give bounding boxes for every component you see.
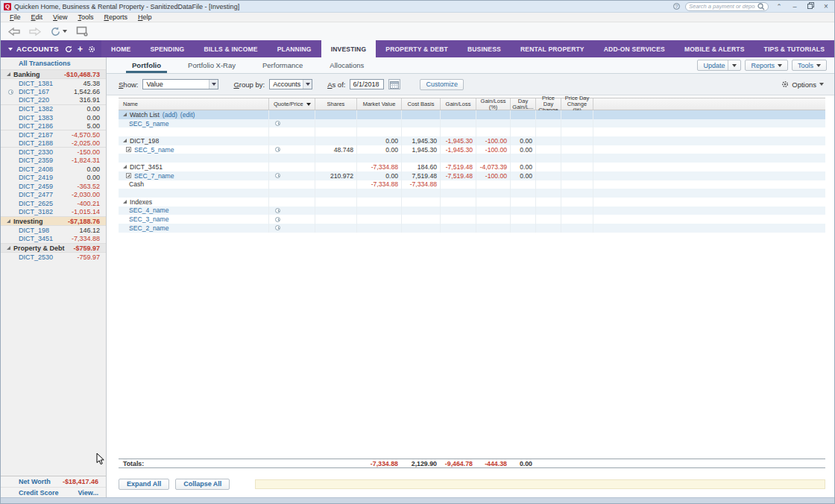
column-header-gain-loss[interactable]: Gain/Loss (%) — [476, 98, 511, 110]
account-name[interactable]: DICT_1381 — [19, 80, 53, 87]
column-header-cost-basis[interactable]: Cost Basis — [402, 98, 441, 110]
menu-file[interactable]: File — [5, 13, 25, 21]
tab-tips-tutorials[interactable]: TIPS & TUTORIALS — [754, 40, 834, 57]
all-transactions-link[interactable]: All Transactions — [1, 57, 106, 69]
account-group-property-debt[interactable]: Property & Debt-$759.97 — [1, 243, 106, 253]
account-name[interactable]: DICT_2330 — [19, 148, 53, 156]
asof-date-input[interactable]: 6/1/2018 — [350, 79, 384, 89]
tools-button[interactable]: Tools — [792, 60, 827, 71]
update-button[interactable]: Update — [697, 60, 741, 71]
credit-score-row[interactable]: Credit Score View... — [1, 487, 106, 497]
account-name[interactable]: DICT_198 — [19, 227, 49, 234]
row-collapse-icon[interactable] — [123, 113, 127, 116]
account-group-banking[interactable]: Banking-$10,468.73 — [1, 69, 106, 79]
refresh-accounts-icon[interactable] — [65, 45, 72, 53]
table-row-sec-4-name[interactable]: SEC_4_name — [119, 207, 825, 215]
column-header-shares[interactable]: Shares — [315, 98, 357, 110]
account-name[interactable]: DICT_1383 — [19, 114, 53, 122]
row-collapse-icon[interactable] — [123, 165, 127, 168]
account-row-dict-2530[interactable]: DICT_2530-759.97 — [1, 253, 106, 262]
table-row-sec-2-name[interactable]: SEC_2_name — [119, 224, 825, 233]
menu-edit[interactable]: Edit — [27, 13, 48, 21]
subtab-portfolio-x-ray[interactable]: Portfolio X-Ray — [174, 57, 249, 73]
search-input[interactable]: Search a payment or deposit — [685, 2, 769, 11]
expand-plus-icon[interactable] — [126, 147, 131, 152]
account-name[interactable]: DICT_2419 — [19, 174, 53, 181]
account-row-dict-3182[interactable]: DICT_3182-1,015.14 — [1, 208, 106, 217]
account-row-dict-2477[interactable]: DICT_2477-2,030.00 — [1, 191, 106, 200]
options-button[interactable]: Options — [781, 81, 834, 89]
subtab-allocations[interactable]: Allocations — [316, 57, 377, 73]
account-row-dict-1381[interactable]: DICT_138145.38 — [1, 79, 106, 88]
account-row-dict-2625[interactable]: DICT_2625-400.21 — [1, 199, 106, 208]
help-icon[interactable]: ? — [673, 3, 680, 10]
account-row-dict-2459[interactable]: DICT_2459-363.52 — [1, 182, 106, 191]
account-name[interactable]: DICT_2359 — [19, 157, 53, 164]
table-row-indexes[interactable]: Indexes — [119, 198, 825, 207]
account-row-dict-2188[interactable]: DICT_2188-2,025.00 — [1, 139, 106, 148]
net-worth-row[interactable]: Net Worth -$18,417.46 — [1, 476, 106, 487]
column-header-day-gain-l[interactable]: Day Gain/L... — [511, 98, 536, 110]
credit-score-view-link[interactable]: View... — [78, 489, 98, 497]
column-header-market-value[interactable]: Market Value — [357, 98, 402, 110]
customize-toolbar-button[interactable] — [76, 26, 89, 37]
menu-view[interactable]: View — [48, 13, 72, 21]
table-row-dict-3451[interactable]: DICT_3451-7,334.88184.60-7,519.48-4,073.… — [119, 163, 825, 171]
account-name[interactable]: DICT_2408 — [19, 166, 53, 173]
account-row-dict-1382[interactable]: DICT_13820.00 — [1, 105, 106, 114]
security-link[interactable]: SEC_3_name — [129, 215, 169, 223]
menu-tools[interactable]: Tools — [73, 13, 98, 21]
account-name[interactable]: DICT_3451 — [19, 235, 53, 242]
tab-business[interactable]: BUSINESS — [458, 40, 511, 57]
account-group-investing[interactable]: Investing-$7,188.76 — [1, 216, 106, 226]
table-row-dict-198[interactable]: DICT_1980.001,945.30-1,945.30-100.000.00 — [119, 136, 825, 145]
account-name[interactable]: DICT_167 — [19, 88, 49, 95]
subtab-portfolio[interactable]: Portfolio — [119, 57, 174, 73]
column-header-gain-loss[interactable]: Gain/Loss — [441, 98, 476, 110]
tab-property-debt[interactable]: PROPERTY & DEBT — [376, 40, 458, 57]
account-row-dict-220[interactable]: DICT_220316.91 — [1, 96, 106, 105]
menu-help[interactable]: Help — [133, 13, 157, 21]
account-row-dict-3451[interactable]: DICT_3451-7,334.88 — [1, 235, 106, 244]
table-row-cash[interactable]: Cash-7,334.88-7,334.88 — [119, 180, 825, 189]
account-row-dict-1383[interactable]: DICT_13830.00 — [1, 113, 106, 122]
back-button[interactable] — [8, 28, 20, 36]
security-link[interactable]: SEC_2_name — [129, 224, 169, 232]
chevron-up-button[interactable]: ⌃ — [774, 2, 784, 11]
table-row-sec-5-name[interactable]: SEC_5_name — [119, 119, 825, 128]
account-name[interactable]: DICT_3182 — [19, 208, 53, 215]
account-row-dict-198[interactable]: DICT_198146.12 — [1, 226, 106, 235]
gear-icon[interactable] — [88, 45, 95, 53]
add-account-icon[interactable]: + — [78, 45, 83, 53]
account-name[interactable]: DICT_2188 — [19, 139, 53, 147]
restore-button[interactable] — [805, 2, 816, 11]
watchlist-link-add[interactable]: (add) — [163, 111, 177, 119]
table-row-watch-list[interactable]: Watch List(add)(edit) — [119, 110, 825, 119]
calendar-button[interactable] — [388, 79, 400, 89]
security-link[interactable]: SEC_7_name — [134, 172, 174, 180]
collapse-all-button[interactable]: Collapse All — [175, 479, 230, 490]
account-name[interactable]: DICT_220 — [19, 96, 49, 104]
row-collapse-icon[interactable] — [123, 200, 127, 204]
row-collapse-icon[interactable] — [123, 139, 127, 142]
expand-all-button[interactable]: Expand All — [119, 479, 169, 490]
table-row-sec-3-name[interactable]: SEC_3_name — [119, 215, 825, 224]
subtab-performance[interactable]: Performance — [249, 57, 316, 73]
groupby-select[interactable]: Accounts — [269, 79, 312, 89]
update-dropdown[interactable] — [728, 60, 740, 70]
tab-bills-income[interactable]: BILLS & INCOME — [194, 40, 267, 57]
table-row-sec-5-name[interactable]: SEC_5_name48.7480.001,945.30-1,945.30-10… — [119, 145, 825, 154]
account-name[interactable]: DICT_2459 — [19, 183, 53, 190]
column-header-price-day-change[interactable]: Price Day Change — [536, 98, 561, 110]
tab-spending[interactable]: SPENDING — [140, 40, 194, 57]
security-link[interactable]: SEC_5_name — [129, 120, 169, 127]
tab-investing[interactable]: INVESTING — [321, 40, 376, 57]
account-row-dict-2330[interactable]: DICT_2330-150.00 — [1, 148, 106, 157]
account-row-dict-2186[interactable]: DICT_21865.00 — [1, 122, 106, 131]
tab-mobile-alerts[interactable]: MOBILE & ALERTS — [675, 40, 754, 57]
account-row-dict-167[interactable]: DICT_1671,542.66 — [1, 88, 106, 97]
accounts-header[interactable]: ACCOUNTS + — [1, 40, 101, 57]
one-step-update-button[interactable] — [50, 26, 67, 37]
tab-home[interactable]: HOME — [101, 40, 140, 57]
customize-button[interactable]: Customize — [420, 79, 464, 90]
